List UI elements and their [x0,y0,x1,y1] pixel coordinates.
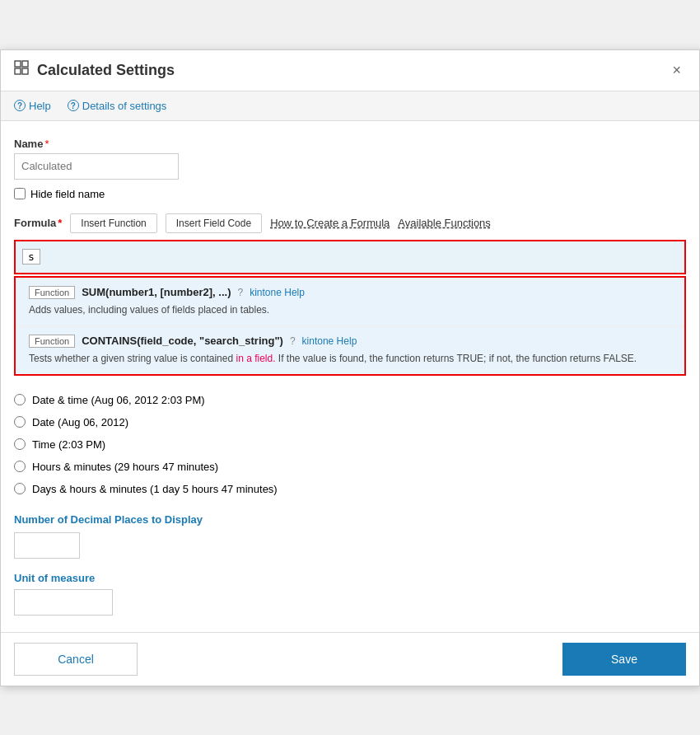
radio-time-input[interactable] [14,438,26,450]
unit-input[interactable] [14,589,113,616]
how-to-link[interactable]: How to Create a Formula [270,217,390,229]
decimal-section-label: Number of Decimal Places to Display [14,513,686,526]
grid-icon [14,60,30,81]
function-badge-sum: Function [29,286,75,299]
function-name-row-contains: Function CONTAINS(field_code, "search_st… [29,335,671,348]
decimal-input[interactable] [14,532,80,559]
unit-label: Unit of measure [14,572,95,584]
radio-days-hours-minutes-input[interactable] [14,483,26,494]
dialog-title: Calculated Settings [14,60,175,81]
close-button[interactable]: × [667,60,686,81]
function-item-contains[interactable]: Function CONTAINS(field_code, "search_st… [16,326,684,374]
formula-input-container: s [14,240,686,274]
available-functions-link[interactable]: Available Functions [398,217,491,229]
radio-time: Time (2:03 PM) [14,433,686,456]
hide-field-row: Hide field name [14,188,686,200]
name-input[interactable] [14,153,179,180]
help-separator-contains: ? [290,335,296,347]
radio-datetime: Date & time (Aug 06, 2012 2:03 PM) [14,389,686,411]
radio-datetime-label: Date & time (Aug 06, 2012 2:03 PM) [32,394,205,406]
help-bar: ? Help ? Details of settings [1,91,699,121]
radio-datetime-input[interactable] [14,394,26,405]
help-link[interactable]: ? Help [14,100,51,112]
highlight-text: in a field. [236,353,275,364]
radio-date-label: Date (Aug 06, 2012) [32,416,128,428]
function-signature-sum: SUM(number1, [number2], ...) [82,286,231,298]
details-question-icon: ? [68,100,79,111]
function-desc-contains: Tests whether a given string value is co… [29,351,671,366]
radio-date-input[interactable] [14,416,26,428]
hide-field-checkbox[interactable] [14,188,26,199]
name-label: Name [14,138,43,150]
save-button[interactable]: Save [562,643,686,676]
function-name-row-sum: Function SUM(number1, [number2], ...) ? … [29,286,671,299]
formula-cursor: s [22,249,40,265]
svg-rect-2 [15,68,21,74]
formula-section: Formula* Insert Function Insert Field Co… [14,213,686,376]
svg-rect-1 [22,61,28,67]
insert-field-code-button[interactable]: Insert Field Code [166,213,262,233]
radio-days-hours-minutes-label: Days & hours & minutes (1 day 5 hours 47… [32,483,278,495]
help-question-icon: ? [14,100,26,111]
formula-label: Formula* [14,217,62,229]
dialog-header: Calculated Settings × [1,50,699,91]
display-format-group: Date & time (Aug 06, 2012 2:03 PM) Date … [14,389,686,500]
radio-hours-minutes: Hours & minutes (29 hours 47 minutes) [14,456,686,478]
details-link[interactable]: ? Details of settings [68,100,167,112]
contains-help-link[interactable]: kintone Help [302,335,357,347]
calculated-settings-dialog: Calculated Settings × ? Help ? Details o… [0,49,700,686]
formula-input-inner[interactable]: s [19,245,681,269]
sum-help-link[interactable]: kintone Help [250,287,305,298]
radio-hours-minutes-input[interactable] [14,461,26,472]
function-badge-contains: Function [29,335,75,348]
radio-hours-minutes-label: Hours & minutes (29 hours 47 minutes) [32,461,218,473]
function-dropdown: Function SUM(number1, [number2], ...) ? … [14,276,686,376]
function-item-sum[interactable]: Function SUM(number1, [number2], ...) ? … [16,278,684,326]
cancel-button[interactable]: Cancel [14,643,138,676]
radio-days-hours-minutes: Days & hours & minutes (1 day 5 hours 47… [14,478,686,500]
page-title: Calculated Settings [37,62,175,79]
radio-time-label: Time (2:03 PM) [32,438,105,451]
function-signature-contains: CONTAINS(field_code, "search_string") [82,335,283,347]
formula-header: Formula* Insert Function Insert Field Co… [14,213,686,233]
radio-date: Date (Aug 06, 2012) [14,411,686,433]
insert-function-button[interactable]: Insert Function [70,213,156,233]
help-separator-sum: ? [238,287,244,298]
function-desc-sum: Adds values, including values of fields … [29,302,671,317]
svg-rect-0 [15,61,21,67]
svg-rect-3 [22,68,28,74]
hide-field-label: Hide field name [30,188,105,200]
dialog-body: Name* Hide field name Formula* Insert Fu… [1,121,699,632]
name-required: * [44,138,49,150]
dialog-footer: Cancel Save [1,632,699,686]
